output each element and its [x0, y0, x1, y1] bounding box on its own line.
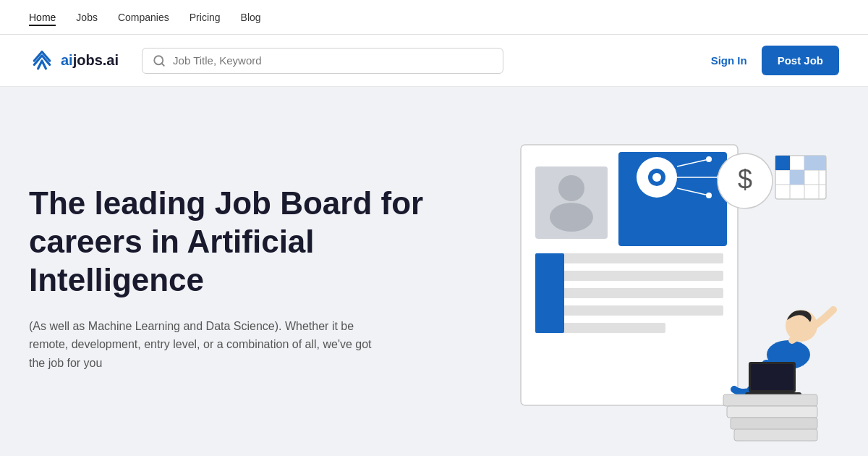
nav-link-home[interactable]: Home [29, 12, 56, 26]
hero-title: The leading Job Board for careers in Art… [29, 185, 434, 299]
search-icon [153, 54, 166, 67]
main-header: aijobs.ai Sign In Post Job [0, 35, 868, 87]
top-nav-links: Home Jobs Companies Pricing Blog [29, 11, 261, 24]
svg-rect-40 [727, 406, 817, 418]
svg-text:$: $ [738, 164, 752, 194]
svg-rect-39 [723, 394, 817, 406]
svg-point-38 [830, 306, 837, 313]
hero-subtitle: (As well as Machine Learning and Data Sc… [29, 317, 376, 373]
illustration-svg: $ [463, 123, 839, 456]
svg-rect-31 [790, 170, 804, 185]
logo-icon [29, 48, 55, 74]
logo[interactable]: aijobs.ai [29, 48, 119, 74]
svg-point-10 [558, 175, 584, 201]
hero-section: The leading Job Board for careers in Art… [0, 87, 868, 456]
svg-point-15 [652, 173, 661, 182]
svg-point-19 [706, 156, 712, 162]
nav-link-pricing[interactable]: Pricing [190, 12, 221, 23]
search-bar[interactable] [142, 48, 503, 74]
sign-in-button[interactable]: Sign In [711, 54, 747, 67]
top-nav: Home Jobs Companies Pricing Blog [0, 0, 868, 35]
nav-link-companies[interactable]: Companies [118, 12, 169, 23]
svg-rect-41 [731, 418, 817, 429]
svg-rect-8 [535, 253, 564, 333]
hero-content: The leading Job Board for careers in Art… [29, 185, 434, 372]
svg-rect-30 [775, 156, 790, 170]
search-input[interactable] [173, 54, 493, 67]
hero-illustration: $ [463, 123, 839, 456]
nav-link-blog[interactable]: Blog [241, 12, 261, 23]
logo-text: aijobs.ai [61, 52, 119, 69]
header-actions: Sign In Post Job [711, 46, 839, 75]
svg-point-21 [706, 193, 712, 198]
nav-link-jobs[interactable]: Jobs [76, 12, 98, 23]
post-job-button[interactable]: Post Job [762, 46, 839, 75]
svg-rect-32 [804, 156, 826, 170]
svg-rect-42 [734, 429, 817, 441]
svg-point-11 [550, 203, 593, 232]
svg-line-1 [162, 63, 164, 65]
svg-rect-36 [751, 364, 793, 390]
